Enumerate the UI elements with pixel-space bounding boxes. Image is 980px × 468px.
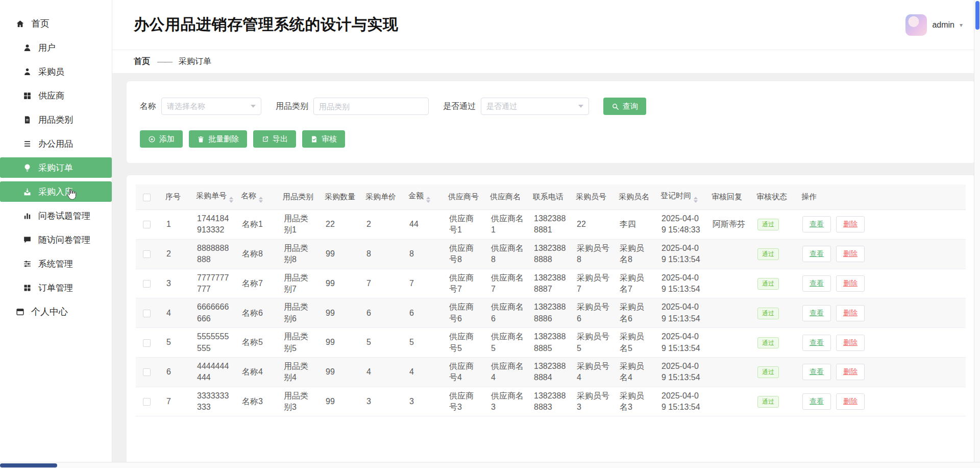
content-area: 名称 请选择名称 用品类别 是否通过 是否通过 (112, 73, 980, 468)
cell-register-time: 2025-04-09 15:13:54 (656, 269, 707, 298)
cell-index: 6 (161, 357, 192, 387)
cell-name: 名称7 (237, 269, 279, 298)
search-icon (611, 103, 619, 110)
sidebar-item-home[interactable]: 首页 (0, 13, 112, 34)
status-badge: 通过 (757, 337, 779, 349)
sidebar-item-label: 用户 (38, 42, 56, 54)
cell-purchase-order-no: 3333333333 (192, 387, 237, 416)
sidebar-item-users[interactable]: 用户 (0, 37, 112, 58)
audit-button[interactable]: 审核 (302, 130, 345, 148)
name-select[interactable]: 请选择名称 (161, 98, 261, 115)
table-row: 28888888888名称8用品类别89988供应商号8供应商名81382388… (136, 239, 966, 269)
sidebar-item-purchasers[interactable]: 采购员 (0, 61, 112, 82)
sidebar-item-orders[interactable]: 订单管理 (0, 277, 112, 298)
search-button[interactable]: 查询 (603, 98, 646, 115)
cell-register-time: 2025-04-09 15:13:54 (656, 387, 707, 416)
row-checkbox[interactable] (143, 221, 151, 228)
grid-icon (22, 283, 32, 293)
sidebar-item-supply-categories[interactable]: 用品类别 (0, 109, 112, 130)
export-button[interactable]: 导出 (253, 130, 296, 148)
column-header-purchase-order-no[interactable]: 采购单号 (192, 184, 237, 210)
delete-button[interactable]: 删除 (836, 246, 865, 262)
column-header-purchase-quantity: 采购数量 (321, 184, 361, 210)
cell-purchase-order-no: 8888888888 (192, 239, 237, 269)
cell-audit-reply (707, 357, 752, 387)
cell-audit-status: 通过 (752, 328, 797, 358)
row-checkbox[interactable] (143, 280, 151, 288)
column-header-purchase-unit-price: 采购单价 (361, 184, 404, 210)
cell-purchase-quantity: 99 (321, 269, 361, 298)
sidebar-item-profile[interactable]: 个人中心 (0, 301, 112, 322)
user-name: admin (932, 20, 954, 30)
cell-phone: 13823888887 (529, 269, 572, 298)
row-checkbox[interactable] (143, 339, 151, 347)
cell-audit-status: 通过 (752, 210, 797, 240)
sidebar-item-label: 办公用品 (38, 138, 73, 150)
name-filter-label: 名称 (140, 101, 156, 112)
cell-index: 7 (161, 387, 192, 416)
pass-select[interactable]: 是否通过 (481, 98, 589, 115)
cell-index: 3 (161, 269, 192, 298)
view-button[interactable]: 查看 (802, 393, 831, 410)
sidebar-item-system[interactable]: 系统管理 (0, 253, 112, 274)
view-button[interactable]: 查看 (802, 275, 831, 292)
delete-button[interactable]: 删除 (836, 335, 865, 351)
user-menu[interactable]: admin ▾ (905, 14, 963, 36)
column-header-amount[interactable]: 金额 (404, 184, 444, 210)
row-checkbox[interactable] (143, 250, 151, 258)
comment-icon (22, 235, 32, 245)
cell-operation: 查看删除 (797, 239, 966, 269)
delete-button[interactable]: 删除 (836, 364, 865, 380)
supplies-icon (22, 139, 32, 149)
view-button[interactable]: 查看 (802, 305, 831, 321)
horizontal-scrollbar[interactable] (0, 462, 980, 468)
delete-button[interactable]: 删除 (836, 216, 865, 232)
cell-category: 用品类别6 (279, 298, 321, 328)
cell-purchaser-no: 22 (572, 210, 615, 240)
delete-button[interactable]: 删除 (836, 393, 865, 410)
category-input[interactable] (313, 98, 429, 115)
delete-button[interactable]: 删除 (836, 305, 865, 321)
sidebar-item-label: 供应商 (38, 90, 64, 102)
sidebar-item-questionnaire-questions[interactable]: 问卷试题管理 (0, 205, 112, 226)
cell-amount: 4 (404, 357, 444, 387)
select-all-checkbox[interactable] (143, 194, 151, 201)
view-button[interactable]: 查看 (802, 216, 831, 232)
horizontal-scrollbar-thumb[interactable] (0, 463, 57, 467)
row-checkbox[interactable] (143, 398, 151, 406)
cell-register-time: 2025-04-09 15:13:54 (656, 357, 707, 387)
sidebar-item-purchase-inbound[interactable]: 采购入库 (0, 181, 112, 202)
sidebar-item-suppliers[interactable]: 供应商 (0, 85, 112, 106)
cell-audit-status: 通过 (752, 269, 797, 298)
vertical-scrollbar-thumb[interactable] (975, 1, 979, 30)
delete-button[interactable]: 删除 (836, 275, 865, 292)
cell-purchase-order-no: 6666666666 (192, 298, 237, 328)
cell-purchaser-name: 采购员名7 (615, 269, 656, 298)
column-header-register-time[interactable]: 登记时间 (656, 184, 707, 210)
view-button[interactable]: 查看 (802, 364, 831, 380)
sidebar-item-followup-questionnaires[interactable]: 随访问卷管理 (0, 229, 112, 250)
status-badge: 通过 (757, 308, 779, 319)
sidebar-item-purchase-orders[interactable]: 采购订单 (0, 157, 112, 178)
sort-icons (259, 197, 263, 203)
batch-delete-button[interactable]: 批量删除 (189, 130, 247, 148)
cell-operation: 查看删除 (797, 210, 966, 240)
cell-supplier-name: 供应商名1 (486, 210, 529, 240)
cell-purchase-quantity: 99 (321, 298, 361, 328)
cell-category: 用品类别5 (279, 328, 321, 358)
sidebar-item-office-supplies[interactable]: 办公用品 (0, 133, 112, 154)
sidebar-item-label: 采购订单 (38, 162, 73, 174)
purchase-order-icon (22, 163, 32, 173)
column-header-operation: 操作 (797, 184, 966, 210)
column-header-name[interactable]: 名称 (237, 184, 279, 210)
breadcrumb-home[interactable]: 首页 (134, 56, 150, 67)
cell-register-time: 2025-04-09 15:13:54 (656, 298, 707, 328)
vertical-scrollbar[interactable] (974, 0, 980, 462)
row-checkbox[interactable] (143, 368, 151, 376)
add-button[interactable]: 添加 (140, 130, 183, 148)
row-checkbox[interactable] (143, 310, 151, 317)
cell-purchaser-no: 采购员号5 (572, 328, 615, 358)
view-button[interactable]: 查看 (802, 246, 831, 262)
table-row: 46666666666名称6用品类别69966供应商号6供应商名61382388… (136, 298, 966, 328)
view-button[interactable]: 查看 (802, 335, 831, 351)
